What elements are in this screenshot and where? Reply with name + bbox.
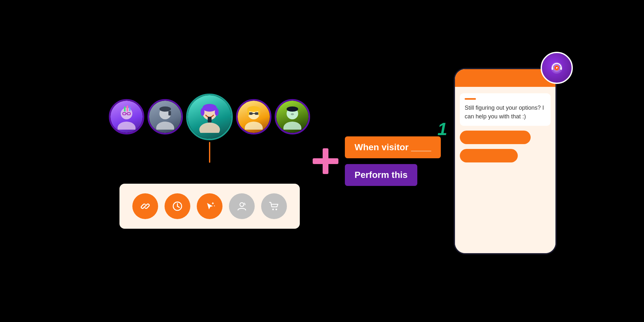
- svg-rect-3: [127, 106, 128, 112]
- phone-inner: Still figuring out your options? I can h…: [455, 69, 555, 253]
- svg-point-47: [557, 67, 558, 68]
- svg-rect-10: [168, 111, 171, 115]
- bracket-bl: [186, 134, 192, 140]
- bot-avatar: [541, 52, 573, 84]
- when-visitor-tag[interactable]: When visitor ____: [345, 136, 441, 158]
- middle-section: 1 When visitor ____ Perform this: [345, 136, 441, 186]
- avatar-3-selected[interactable]: [186, 94, 233, 140]
- plus-vertical: [323, 148, 328, 174]
- svg-point-38: [240, 203, 244, 207]
- avatar-1-image: [110, 101, 143, 133]
- avatars-row: [109, 94, 310, 140]
- avatar-1[interactable]: [109, 99, 144, 134]
- chat-message-text: Still figuring out your options? I can h…: [465, 104, 546, 121]
- connector-line: [209, 142, 210, 163]
- avatar-5-image: [276, 101, 308, 133]
- svg-point-29: [291, 113, 294, 115]
- svg-line-30: [144, 205, 147, 207]
- svg-point-40: [272, 208, 274, 210]
- action-cart-button[interactable]: [261, 193, 287, 219]
- svg-rect-25: [258, 109, 260, 115]
- selection-brackets: [186, 94, 233, 140]
- svg-marker-39: [244, 204, 246, 205]
- content-wrapper: 1 When visitor ____ Perform this: [87, 68, 557, 254]
- svg-point-19: [245, 122, 263, 130]
- action-cursor-button[interactable]: [197, 193, 223, 219]
- phone-content: Still figuring out your options? I can h…: [455, 87, 555, 169]
- avatar-4-image: [238, 101, 270, 133]
- action-clock-button[interactable]: [165, 193, 190, 219]
- svg-point-1: [118, 122, 136, 130]
- action-link-button[interactable]: [132, 193, 158, 219]
- chat-action-button-2[interactable]: [460, 149, 518, 162]
- bracket-tr: [227, 94, 233, 99]
- perform-this-tag[interactable]: Perform this: [345, 164, 417, 186]
- phone-header: [455, 69, 555, 87]
- bracket-br: [227, 134, 233, 140]
- svg-point-9: [156, 122, 174, 130]
- svg-point-27: [283, 122, 301, 130]
- svg-point-41: [275, 208, 277, 210]
- svg-rect-48: [552, 67, 553, 70]
- action-user-button[interactable]: [229, 193, 255, 219]
- svg-rect-21: [255, 112, 259, 115]
- chat-action-button-1[interactable]: [460, 131, 531, 144]
- svg-rect-24: [247, 109, 249, 115]
- svg-line-33: [177, 206, 179, 207]
- avatar-2-image: [149, 101, 181, 133]
- svg-rect-4: [129, 107, 130, 111]
- svg-point-28: [287, 106, 298, 112]
- right-section: Still figuring out your options? I can h…: [454, 68, 557, 254]
- avatar-2[interactable]: [147, 99, 183, 134]
- number-one-decoration: 1: [437, 120, 447, 138]
- main-scene: 1 When visitor ____ Perform this: [0, 0, 644, 322]
- bracket-tl: [186, 94, 192, 99]
- phone-mockup: Still figuring out your options? I can h…: [454, 68, 557, 254]
- chat-message-line-decoration: [465, 98, 476, 100]
- left-section: [87, 94, 332, 229]
- svg-rect-2: [124, 106, 126, 112]
- plus-decoration: [313, 148, 338, 174]
- chat-message-box: Still figuring out your options? I can h…: [460, 93, 551, 126]
- svg-point-11: [159, 106, 171, 112]
- svg-rect-20: [249, 112, 253, 115]
- action-panel: [119, 184, 300, 229]
- avatar-4[interactable]: [236, 99, 271, 134]
- svg-rect-49: [560, 67, 562, 70]
- avatar-5[interactable]: [275, 99, 310, 134]
